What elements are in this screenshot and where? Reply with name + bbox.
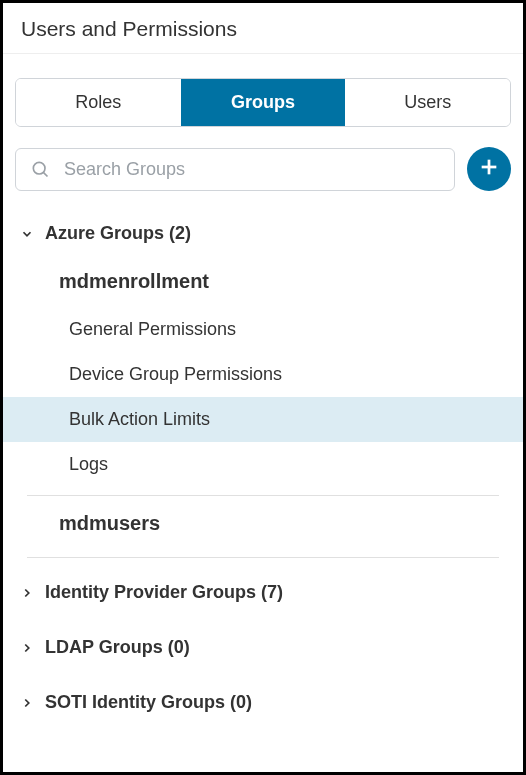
section-ldap-groups[interactable]: LDAP Groups (0) (3, 627, 523, 668)
tabs-container: Roles Groups Users (3, 54, 523, 141)
search-box[interactable] (15, 148, 455, 191)
groups-tree: Azure Groups (2) mdmenrollment General P… (3, 209, 523, 723)
search-input[interactable] (64, 159, 440, 180)
tab-roles[interactable]: Roles (16, 79, 181, 126)
section-label: SOTI Identity Groups (0) (45, 692, 252, 713)
divider (27, 557, 499, 558)
search-icon (30, 159, 50, 179)
plus-icon (478, 156, 500, 182)
item-bulk-action-limits[interactable]: Bulk Action Limits (3, 397, 523, 442)
chevron-right-icon (19, 641, 35, 655)
chevron-down-icon (19, 227, 35, 241)
item-device-group-permissions[interactable]: Device Group Permissions (3, 352, 523, 397)
search-row (3, 141, 523, 209)
section-azure-groups[interactable]: Azure Groups (2) (3, 213, 523, 254)
svg-line-1 (43, 172, 47, 176)
page-title: Users and Permissions (3, 3, 523, 54)
tab-groups[interactable]: Groups (181, 79, 346, 126)
item-logs[interactable]: Logs (3, 442, 523, 487)
group-mdmusers[interactable]: mdmusers (3, 496, 523, 549)
tabs: Roles Groups Users (15, 78, 511, 127)
section-label: LDAP Groups (0) (45, 637, 190, 658)
chevron-right-icon (19, 586, 35, 600)
add-button[interactable] (467, 147, 511, 191)
group-mdmenrollment[interactable]: mdmenrollment (3, 254, 523, 307)
section-label: Azure Groups (2) (45, 223, 191, 244)
section-soti-identity-groups[interactable]: SOTI Identity Groups (0) (3, 682, 523, 723)
item-general-permissions[interactable]: General Permissions (3, 307, 523, 352)
group-mdmenrollment-items: General Permissions Device Group Permiss… (3, 307, 523, 487)
section-label: Identity Provider Groups (7) (45, 582, 283, 603)
svg-point-0 (33, 162, 45, 174)
tab-users[interactable]: Users (345, 79, 510, 126)
chevron-right-icon (19, 696, 35, 710)
section-identity-provider-groups[interactable]: Identity Provider Groups (7) (3, 572, 523, 613)
